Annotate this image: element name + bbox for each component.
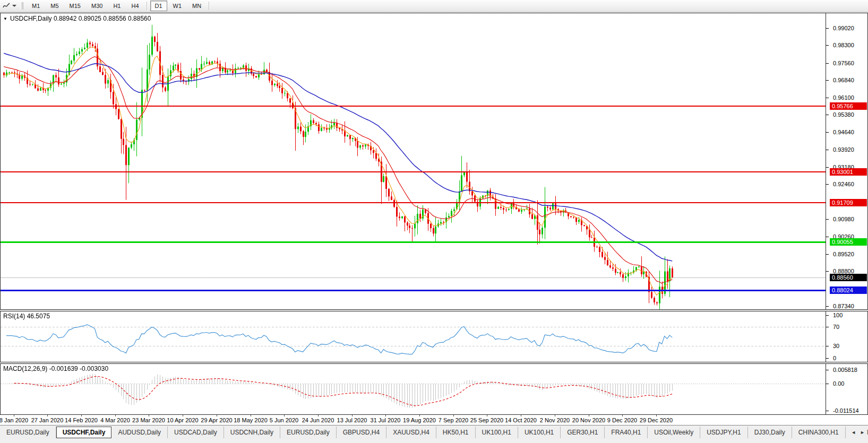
mt4-window: M1M5M15M30H1H4D1W1MN ▼ USDCHF,Daily 0.88…	[0, 0, 868, 443]
price-plot-area: ▼ USDCHF,Daily 0.88942 0.89025 0.88556 0…	[1, 13, 826, 309]
date-axis-label: 4 Mar 2020	[100, 417, 130, 423]
price-chart-canvas[interactable]	[1, 13, 826, 309]
rsi-axis-tick: 30	[826, 343, 839, 350]
date-axis-tick	[352, 415, 353, 416]
date-axis-tick	[14, 415, 14, 416]
chart-tab-eurusd-daily[interactable]: EURUSD,Daily	[0, 427, 56, 438]
date-axis-tick	[656, 415, 657, 416]
cursor-tool-icon	[2, 2, 11, 10]
price-axis-tick: 0.94640	[826, 129, 854, 136]
date-axis-tick	[318, 415, 319, 416]
price-line-badge[interactable]: 0.90055	[830, 238, 867, 246]
price-line-badge[interactable]: 0.93001	[830, 168, 867, 176]
chart-tab-ger30-h1[interactable]: GER30,H1	[561, 427, 605, 438]
date-axis-label: 23 Mar 2020	[132, 417, 165, 423]
chart-tab-xauusd-h4[interactable]: XAUUSD,H4	[386, 427, 436, 438]
price-axis-tick: 0.97560	[826, 60, 854, 67]
date-axis-tick	[81, 415, 82, 416]
date-axis-label: 2 Nov 2020	[540, 417, 570, 423]
chart-tab-eurusd-daily[interactable]: EURUSD,Daily	[280, 427, 337, 438]
macd-axis-tick: 0.00	[826, 380, 844, 387]
chart-tab-audusd-daily[interactable]: AUDUSD,Daily	[111, 427, 168, 438]
chart-tab-uk100-h1[interactable]: UK100,H1	[476, 427, 518, 438]
timeframe-button-m5[interactable]: M5	[46, 1, 63, 11]
date-axis-tick	[419, 415, 420, 416]
date-axis-tick	[555, 415, 555, 416]
rsi-axis-tick: 100	[826, 312, 843, 319]
tab-scroll-right-button[interactable]: ►	[858, 429, 867, 436]
chart-collapse-icon[interactable]: ▼	[3, 16, 7, 21]
date-axis-label: 10 Apr 2020	[167, 417, 198, 423]
price-axis-tick: 0.89520	[826, 251, 854, 258]
price-axis-tick: 0.92460	[826, 181, 854, 188]
price-axis-tick: 0.99020	[826, 25, 854, 32]
toolbar: M1M5M15M30H1H4D1W1MN	[0, 0, 868, 12]
chart-tab-china300-h1[interactable]: CHINA300,H1	[792, 427, 846, 438]
date-axis-label: 20 Nov 2020	[572, 417, 605, 423]
chart-tab-usdcnh-daily[interactable]: USDCNH,Daily	[224, 427, 280, 438]
timeframe-button-h1[interactable]: H1	[108, 1, 125, 11]
date-axis-tick	[115, 415, 116, 416]
timeframe-button-d1[interactable]: D1	[150, 1, 167, 11]
date-axis-tick	[47, 415, 48, 416]
rsi-chart-canvas[interactable]	[1, 311, 826, 362]
macd-label: MACD(12,26,9) -0.001639 -0.003030	[3, 365, 108, 372]
rsi-plot-area: RSI(14) 46.5075	[1, 311, 826, 362]
date-axis-tick	[251, 415, 251, 416]
chart-tab-bar: EURUSD,DailyUSDCHF,DailyAUDUSD,DailyUSDC…	[0, 425, 868, 439]
toolbar-separator	[147, 2, 148, 10]
macd-plot-area: MACD(12,26,9) -0.001639 -0.003030	[1, 364, 826, 414]
chart-tabs: EURUSD,DailyUSDCHF,DailyAUDUSD,DailyUSDC…	[0, 427, 868, 438]
chart-tab-uk100-h1[interactable]: UK100,H1	[518, 427, 561, 438]
timeframe-button-m15[interactable]: M15	[65, 1, 85, 11]
date-axis-tick	[183, 415, 183, 416]
date-axis-label: 25 Sep 2020	[470, 417, 503, 423]
date-axis-label: 7 Sep 2020	[439, 417, 468, 423]
date-axis-label: 19 Aug 2020	[403, 417, 436, 423]
macd-chart-canvas[interactable]	[1, 364, 826, 414]
macd-axis-tick: 0.005818	[826, 367, 857, 373]
timeframe-button-mn[interactable]: MN	[187, 1, 206, 11]
timeframe-button-m30[interactable]: M30	[87, 1, 107, 11]
date-axis-tick	[385, 415, 386, 416]
date-axis-tick	[487, 415, 487, 416]
price-line-badge[interactable]: 0.95766	[830, 102, 867, 110]
date-axis-label: 9 Dec 2020	[607, 417, 637, 423]
rsi-axis: 10070300	[826, 311, 867, 362]
price-axis-tick: 0.98300	[826, 42, 854, 49]
tab-scroll-arrows: ◄ ►	[847, 425, 867, 439]
toolbar-grip[interactable]	[21, 2, 23, 10]
rsi-label: RSI(14) 46.5075	[3, 312, 50, 320]
tab-scroll-left-button[interactable]: ◄	[849, 429, 858, 436]
chart-tab-hk50-h1[interactable]: HK50,H1	[436, 427, 476, 438]
chart-title: ▼ USDCHF,Daily 0.88942 0.89025 0.88556 0…	[3, 15, 151, 22]
chart-tab-usdjpy-h1[interactable]: USDJPY,H1	[700, 427, 747, 438]
date-axis-label: 27 Jan 2020	[31, 417, 64, 423]
chart-tab-gbpusd-h4[interactable]: GBPUSD,H4	[337, 427, 386, 438]
timeframe-button-h4[interactable]: H4	[126, 1, 143, 11]
dropdown-caret-icon[interactable]	[12, 5, 16, 7]
price-axis-tick: 0.95380	[826, 111, 854, 118]
toolbar-separator	[209, 2, 210, 10]
date-axis-label: 24 Jun 2020	[302, 417, 334, 423]
macd-panel: MACD(12,26,9) -0.001639 -0.003030 0.0058…	[0, 363, 868, 415]
timeframe-button-m1[interactable]: M1	[27, 1, 45, 11]
rsi-panel: RSI(14) 46.5075 10070300	[0, 311, 868, 362]
chart-tab-fra40-h1[interactable]: FRA40,H1	[605, 427, 648, 438]
cursor-tool-button[interactable]	[0, 2, 19, 10]
price-line-badge[interactable]: 0.88024	[830, 286, 867, 294]
chart-tab-usoil-weekly[interactable]: USOil,Weekly	[648, 427, 700, 438]
chart-tab-usdcad-daily[interactable]: USDCAD,Daily	[168, 427, 224, 438]
chart-tab-dj30-daily[interactable]: DJ30,Daily	[748, 427, 792, 438]
price-panel: ▼ USDCHF,Daily 0.88942 0.89025 0.88556 0…	[0, 13, 868, 310]
date-axis-tick	[217, 415, 217, 416]
price-axis-tick: 0.90980	[826, 216, 854, 223]
timeframe-button-w1[interactable]: W1	[168, 1, 187, 11]
date-axis-label: 18 May 2020	[234, 417, 268, 423]
chart-tab-usdchf-daily[interactable]: USDCHF,Daily	[56, 427, 112, 438]
price-line-badge[interactable]: 0.91709	[830, 199, 867, 206]
date-axis-label: 14 Oct 2020	[505, 417, 537, 423]
date-axis: 8 Jan 202027 Jan 202014 Feb 20204 Mar 20…	[0, 415, 868, 425]
price-axis: 0.990200.983000.975600.968400.961000.953…	[826, 13, 867, 309]
price-axis-tick: 0.96840	[826, 77, 854, 84]
